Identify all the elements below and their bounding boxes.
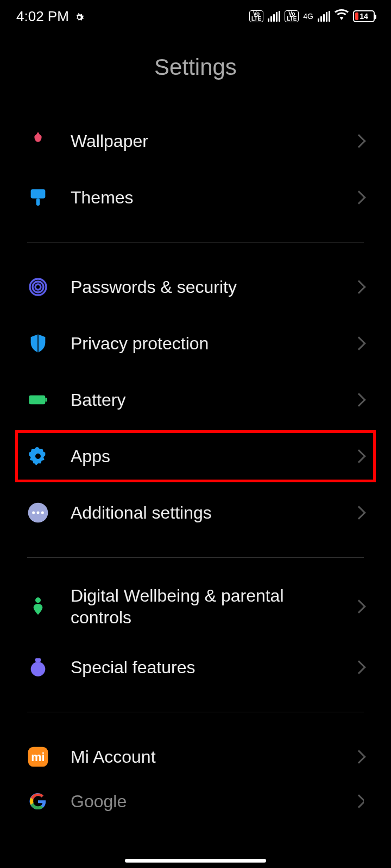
divider (27, 242, 364, 242)
svg-point-14 (31, 662, 46, 676)
svg-rect-0 (31, 189, 46, 199)
chevron-right-icon (352, 794, 364, 808)
item-label: Themes (71, 188, 332, 208)
settings-item-themes[interactable]: Themes (27, 169, 364, 226)
settings-item-special[interactable]: Special features (27, 639, 364, 695)
tulip-icon (27, 130, 49, 152)
battery-percent: 14 (354, 12, 374, 21)
item-label: Digital Wellbeing & parental controls (71, 585, 332, 628)
chevron-right-icon (352, 190, 365, 204)
home-indicator[interactable] (125, 859, 266, 863)
svg-rect-6 (45, 398, 47, 402)
settings-list: Wallpaper Themes Passwords & security Pr… (0, 113, 391, 818)
divider (27, 557, 364, 558)
svg-point-9 (32, 512, 35, 514)
brush-icon (27, 187, 49, 208)
item-label: Google (71, 792, 332, 812)
battery-icon: 14 (353, 10, 375, 22)
status-time: 4:02 PM (16, 8, 69, 25)
mi-icon: mi (27, 746, 49, 768)
dots-icon (27, 502, 49, 524)
settings-item-wellbeing[interactable]: Digital Wellbeing & parental controls (27, 574, 364, 639)
item-label: Passwords & security (71, 277, 332, 297)
chevron-right-icon (352, 393, 365, 406)
person-heart-icon (27, 596, 49, 617)
gear-icon (73, 10, 85, 22)
item-label: Battery (71, 390, 332, 410)
fingerprint-icon (27, 276, 49, 298)
svg-point-3 (33, 282, 43, 292)
flask-icon (27, 656, 49, 678)
svg-point-7 (35, 454, 41, 459)
svg-rect-1 (36, 199, 40, 206)
volte-icon: VoLTE (249, 10, 263, 22)
signal-icon (318, 11, 330, 22)
svg-point-10 (37, 512, 40, 514)
signal-icon (268, 11, 280, 22)
settings-item-wallpaper[interactable]: Wallpaper (27, 113, 364, 169)
item-label: Additional settings (71, 503, 332, 523)
settings-item-google[interactable]: Google (27, 785, 364, 818)
svg-point-2 (35, 284, 41, 290)
status-right: VoLTE VoLTE 4G 14 (249, 8, 375, 24)
page-title: Settings (0, 33, 391, 113)
chevron-right-icon (352, 660, 365, 674)
settings-item-passwords[interactable]: Passwords & security (27, 259, 364, 315)
chevron-right-icon (352, 750, 365, 763)
chevron-right-icon (352, 506, 365, 519)
volte-icon: VoLTE (285, 10, 299, 22)
chevron-right-icon (352, 336, 365, 350)
svg-point-11 (41, 512, 44, 514)
status-bar: 4:02 PM VoLTE VoLTE 4G 14 (0, 0, 391, 33)
settings-item-privacy[interactable]: Privacy protection (27, 315, 364, 372)
chevron-right-icon (352, 280, 365, 293)
network-type: 4G (303, 12, 313, 21)
battery-icon (27, 389, 49, 411)
chevron-right-icon (352, 134, 365, 148)
settings-item-apps[interactable]: Apps (27, 428, 364, 484)
item-label: Apps (71, 446, 332, 467)
chevron-right-icon (352, 449, 365, 463)
svg-text:mi: mi (31, 750, 45, 764)
wifi-icon (335, 8, 349, 24)
settings-item-additional[interactable]: Additional settings (27, 484, 364, 541)
chevron-right-icon (352, 599, 365, 613)
divider (27, 712, 364, 712)
svg-rect-5 (29, 395, 45, 405)
gear-icon (27, 445, 49, 467)
shield-icon (27, 333, 49, 354)
item-label: Special features (71, 658, 332, 678)
status-left: 4:02 PM (16, 8, 85, 25)
google-icon (27, 790, 49, 812)
item-label: Mi Account (71, 747, 332, 767)
svg-rect-13 (35, 658, 41, 662)
settings-item-mi-account[interactable]: mi Mi Account (27, 729, 364, 785)
settings-item-battery[interactable]: Battery (27, 372, 364, 428)
item-label: Privacy protection (71, 334, 332, 354)
svg-point-12 (35, 597, 41, 603)
item-label: Wallpaper (71, 131, 332, 151)
